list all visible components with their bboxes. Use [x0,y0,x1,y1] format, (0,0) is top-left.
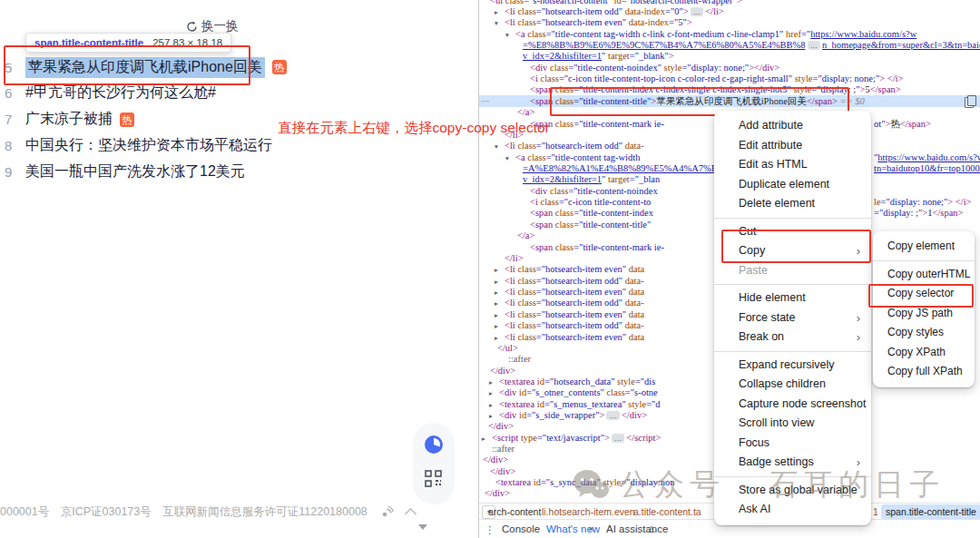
menu-item-edit-as-html[interactable]: Edit as HTML [714,155,871,175]
menu-item-copy[interactable]: Copy› [714,241,871,261]
breadcrumb-current[interactable]: span.title-content-title [881,504,980,519]
code-line[interactable]: ▸<div id="s_otner_contents" class="s-otn… [499,387,658,399]
code-line[interactable]: =A%E8%82%A1%E4%B8%89%E5%A4%A7%E6%8 [523,163,734,175]
hot-title-link[interactable]: 广末凉子被捕 [25,110,113,129]
breadcrumb-item[interactable]: arch-content [488,506,541,517]
code-line[interactable]: </div> [488,421,514,433]
tab-ai-assistance[interactable]: AI assistance [606,523,668,534]
code-line[interactable]: </ul> [497,343,518,355]
code-line[interactable]: </a> [517,107,534,119]
menu-item-delete-element[interactable]: Delete element [714,194,871,214]
tab-console[interactable]: Console [502,523,540,534]
code-line[interactable]: ▸<li class="hotsearch-item even" data [505,264,644,276]
menu-item-edit-attribute[interactable]: Edit attribute [714,136,871,156]
code-line[interactable]: <div class="title-content-noindex" style… [530,63,779,74]
code-line[interactable]: </div> [490,466,515,478]
code-line[interactable]: ▸<li class="hotsearch-item odd" data- [505,320,644,332]
code-line[interactable]: <i class="c-icon title-content-top-icon … [530,73,903,85]
code-link[interactable]: https://www.baidu.com/s?w [877,152,980,162]
code-link[interactable]: tn=baidutop10&fr=top1000&r [874,163,980,173]
menu-item-copy-xpath[interactable]: Copy XPath [873,343,975,363]
code-line[interactable]: ▾<li class="hotsearch-item even" data-in… [505,17,692,29]
code-line[interactable]: v_idx=2&hisfilter=1" target="_blank"> [523,51,674,63]
code-line[interactable]: </a> [517,230,534,242]
tree-collapsed-arrow-icon[interactable]: ▸ [489,377,493,387]
tree-expanded-arrow-icon[interactable]: ▾ [505,30,509,40]
menu-item-cut[interactable]: Cut [714,222,871,242]
menu-item-expand-recursively[interactable]: Expand recursively [714,356,871,376]
tree-collapsed-arrow-icon[interactable]: ▸ [495,277,498,287]
breadcrumb-item[interactable]: li.hotsearch-item.even [542,506,635,517]
tree-collapsed-arrow-icon[interactable]: ▸ [489,400,493,410]
breadcrumb-item[interactable]: a.title-content.ta [633,506,701,517]
tree-expanded-arrow-icon[interactable]: ▾ [495,142,498,152]
menu-item-scroll-into-view[interactable]: Scroll into view [714,414,871,434]
code-line[interactable]: <div class="title-content-noindex [530,186,658,198]
menu-item-add-attribute[interactable]: Add attribute [714,116,871,136]
code-line[interactable]: </div> [485,488,510,500]
tree-expanded-arrow-icon[interactable]: ▾ [505,153,509,163]
menu-item-break-on[interactable]: Break on› [714,328,871,347]
code-line[interactable]: ::after [508,354,531,366]
menu-item-copy-styles[interactable]: Copy styles [873,323,975,343]
code-link[interactable]: v_idx=2&hisfilter=1 [523,51,602,61]
menu-item-copy-js-path[interactable]: Copy JS path [873,304,975,324]
menu-item-badge-settings[interactable]: Badge settings› [714,453,871,473]
tab-close-icon[interactable]: × [588,523,594,534]
code-link[interactable]: =A%E8%82%A1%E4%B8%89%E5%A4%A7%E6%8 [523,163,734,173]
tree-collapsed-arrow-icon[interactable]: ▸ [489,411,493,421]
tree-collapsed-arrow-icon[interactable]: ▸ [489,388,493,398]
menu-item-focus[interactable]: Focus [714,434,871,454]
code-line[interactable]: <span class="title-content-index c-index… [530,84,901,96]
menu-item-hide-element[interactable]: Hide element [714,289,871,308]
breadcrumb-item[interactable]: 1 [873,506,878,517]
code-line[interactable]: <span class="title-content-mark ie- [530,119,664,131]
collapse-footer-chevron-icon[interactable] [405,508,416,520]
tree-expanded-arrow-icon[interactable]: ▾ [495,18,498,28]
qr-code-icon[interactable] [425,470,442,491]
code-line[interactable]: ▾<a class="title-content tag-width c-lin… [515,29,916,41]
hot-search-item[interactable]: 7广末凉子被捕热 [0,110,134,130]
code-line[interactable]: ▸<textarea id="s_menus_textarea" style="… [499,399,661,411]
copy-node-icon[interactable] [965,97,974,108]
menu-item-collapse-children[interactable]: Collapse children [714,375,871,395]
history-clock-icon[interactable] [423,434,445,459]
menu-item-copy-element[interactable]: Copy element [873,237,975,257]
code-line[interactable]: <span class="title-content-mark ie- [530,242,664,254]
hot-search-item[interactable]: 5苹果紧急从印度调飞机载iPhone回美热 [0,57,287,77]
hot-title-link[interactable]: 苹果紧急从印度调飞机载iPhone回美 [25,57,265,78]
code-line[interactable]: ▸<div id="s_side_wrapper">…</div> [499,410,647,422]
code-line[interactable]: ▸<li class="hotsearch-item odd" data-ind… [505,6,724,18]
tree-collapsed-arrow-icon[interactable]: ▸ [495,310,498,320]
code-line[interactable]: ▸<li class="hotsearch-item odd" data- [505,298,644,309]
drawer-kebab-menu-icon[interactable]: ⋮ [485,523,495,536]
menu-item-ask-ai[interactable]: Ask AI [714,500,871,520]
node-more-actions-icon[interactable]: ⋯ [481,96,490,107]
code-line[interactable]: ▾<a class="title-content tag-width [515,152,642,164]
code-line[interactable]: v_idx=2&hisfilter=1" target="_blan [523,174,660,186]
menu-item-capture-node-screenshot[interactable]: Capture node screenshot [714,395,871,415]
menu-item-duplicate-element[interactable]: Duplicate element [714,175,871,195]
menu-item-copy-selector[interactable]: Copy selector [873,284,975,304]
code-line[interactable]: <span class="title-content-title" [530,220,651,231]
code-line[interactable]: ▸<li class="hotsearch-item even" data [505,332,644,344]
menu-item-copy-outerhtml[interactable]: Copy outerHTML [873,265,975,285]
menu-item-store-as-global-variable[interactable]: Store as global variable [714,481,871,501]
code-link[interactable]: =%E8%8B%B9%E6%9E%9C%E7%B4%A7%E6%80%A5%E4… [523,40,806,50]
hot-title-link[interactable]: 美国一瓶中国产洗发水涨了12美元 [25,162,245,181]
tree-collapsed-arrow-icon[interactable]: ▸ [495,265,498,275]
accessibility-beacon-icon[interactable] [380,505,394,519]
code-line[interactable]: <span class="title-content-title">苹果紧急从印… [530,96,865,108]
hot-search-item[interactable]: 8中国央行：坚决维护资本市场平稳运行 [0,135,272,155]
code-line[interactable]: ▸<li class="hotsearch-item odd" data- [505,276,644,288]
code-line[interactable]: <span class="title-content-index [530,208,656,220]
menu-item-force-state[interactable]: Force state› [714,308,871,328]
code-link[interactable]: n_homepage&from=super&cl=3&tn=baidutop10… [822,40,980,50]
code-line[interactable]: ▸<li class="hotsearch-item even" data [505,287,644,298]
hot-title-link[interactable]: #甲亢哥的长沙行为何这么尬# [25,83,216,103]
tree-collapsed-arrow-icon[interactable]: ▸ [495,298,498,308]
code-line[interactable]: <textarea id="s_sync_data" style="displa… [495,477,674,489]
hot-search-item[interactable]: 6#甲亢哥的长沙行为何这么尬# [0,83,216,103]
code-line[interactable]: <i class="c-icon title-content-to [530,197,651,209]
code-line[interactable]: ▾<li class="hotsearch-item odd" data- [505,141,644,152]
